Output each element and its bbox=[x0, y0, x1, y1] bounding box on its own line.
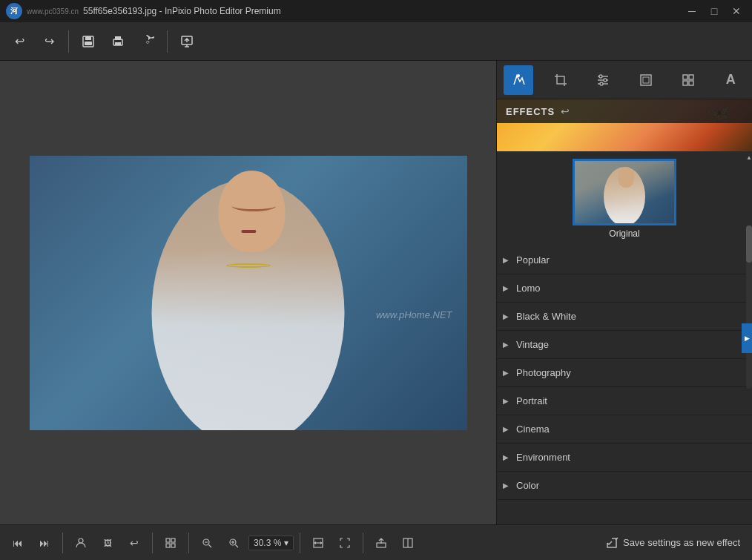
svg-point-14 bbox=[604, 79, 607, 82]
effect-category-portrait[interactable]: ▶ Portrait bbox=[497, 387, 752, 415]
svg-rect-21 bbox=[689, 81, 693, 85]
canvas-area[interactable]: www.pHome.NET bbox=[0, 61, 496, 524]
image-tool-button[interactable]: 🖼 bbox=[96, 531, 119, 555]
svg-rect-5 bbox=[115, 42, 121, 45]
zoom-dropdown-arrow[interactable]: ▾ bbox=[284, 538, 288, 548]
minimize-button[interactable]: ─ bbox=[682, 4, 702, 19]
zoom-display[interactable]: 30.3 % ▾ bbox=[248, 536, 294, 550]
effect-name: Photography bbox=[516, 367, 743, 378]
svg-rect-19 bbox=[689, 75, 693, 79]
fit-width-button[interactable] bbox=[306, 531, 330, 555]
save-button[interactable] bbox=[75, 28, 102, 55]
effect-category-black-white[interactable]: ▶ Black & White bbox=[497, 303, 752, 331]
first-frame-button[interactable]: ⏮ bbox=[6, 531, 30, 555]
effect-category-vintage[interactable]: ▶ Vintage bbox=[497, 331, 752, 359]
thumbnail-image bbox=[573, 159, 676, 225]
title-text: 55ff65e356193.jpg - InPixio Photo Editor… bbox=[83, 6, 281, 16]
fit-screen-button[interactable] bbox=[333, 531, 357, 555]
svg-point-13 bbox=[599, 75, 602, 78]
upload-button[interactable] bbox=[369, 531, 393, 555]
svg-rect-1 bbox=[85, 36, 91, 40]
tab-frame[interactable] bbox=[631, 65, 661, 95]
svg-rect-25 bbox=[166, 544, 170, 547]
zoom-in-button[interactable] bbox=[222, 531, 245, 555]
last-frame-button[interactable]: ⏭ bbox=[33, 531, 56, 555]
svg-point-22 bbox=[79, 538, 83, 543]
expand-panel-button[interactable]: ▶ bbox=[742, 323, 752, 353]
watermark-text: www.pHome.NET bbox=[376, 309, 452, 320]
status-divider-1 bbox=[62, 533, 63, 553]
toolbar-divider-1 bbox=[68, 30, 69, 53]
status-left: ⏮ ⏭ 🖼 ↩ bbox=[6, 531, 420, 555]
title-left: 河 www.pc0359.cn 55ff65e356193.jpg - InPi… bbox=[6, 3, 281, 19]
right-panel: A 🦋 EFFECTS ↩ Original bbox=[496, 61, 752, 524]
effect-name: Color bbox=[516, 480, 743, 491]
chevron-icon: ▶ bbox=[503, 312, 509, 320]
chevron-icon: ▶ bbox=[503, 256, 509, 264]
effect-category-photography[interactable]: ▶ Photography bbox=[497, 359, 752, 387]
watermark-logo: www.pc0359.cn bbox=[27, 7, 79, 16]
close-button[interactable]: ✕ bbox=[727, 4, 746, 19]
undo-button[interactable]: ↩ bbox=[6, 28, 33, 55]
maximize-button[interactable]: □ bbox=[705, 4, 724, 19]
status-bar: ⏮ ⏭ 🖼 ↩ bbox=[0, 524, 752, 560]
svg-rect-17 bbox=[643, 77, 649, 83]
svg-rect-24 bbox=[171, 538, 175, 542]
title-bar: 河 www.pc0359.cn 55ff65e356193.jpg - InPi… bbox=[0, 0, 752, 22]
person-tool-button[interactable] bbox=[69, 531, 93, 555]
effects-list[interactable]: Original ▲ ▶ Popular ▶ Lomo ▶ Black & Wh… bbox=[497, 151, 752, 524]
chevron-icon: ▶ bbox=[503, 425, 509, 433]
effect-name: Lomo bbox=[516, 283, 743, 294]
reset-button[interactable]: ↩ bbox=[122, 531, 146, 555]
print-button[interactable] bbox=[105, 28, 131, 55]
effect-name: Popular bbox=[516, 254, 743, 266]
status-divider-5 bbox=[363, 533, 363, 553]
toolbar-divider-2 bbox=[167, 30, 168, 53]
effects-preview: 🦋 EFFECTS ↩ bbox=[497, 99, 752, 151]
effect-name: Environment bbox=[516, 452, 743, 463]
save-effect-label: Save settings as new effect bbox=[623, 537, 740, 548]
effects-header: EFFECTS ↩ bbox=[497, 99, 752, 123]
svg-line-33 bbox=[236, 544, 239, 547]
svg-rect-16 bbox=[641, 75, 651, 85]
zoom-out-button[interactable] bbox=[195, 531, 219, 555]
effects-back-button[interactable]: ↩ bbox=[561, 105, 570, 117]
chevron-icon: ▶ bbox=[503, 369, 509, 377]
tab-texture[interactable] bbox=[673, 65, 703, 95]
title-controls: ─ □ ✕ bbox=[682, 4, 746, 19]
effect-category-environment[interactable]: ▶ Environment bbox=[497, 444, 752, 472]
svg-point-15 bbox=[600, 82, 603, 85]
effect-category-popular[interactable]: ▶ Popular bbox=[497, 246, 752, 274]
effect-name: Cinema bbox=[516, 424, 743, 435]
grid-button[interactable] bbox=[159, 531, 182, 555]
app-logo: 河 bbox=[6, 3, 22, 19]
svg-line-29 bbox=[209, 544, 212, 547]
tab-adjust[interactable] bbox=[588, 65, 618, 95]
svg-rect-23 bbox=[166, 538, 170, 542]
effect-name: Portrait bbox=[516, 395, 743, 406]
effect-category-cinema[interactable]: ▶ Cinema bbox=[497, 415, 752, 444]
panel-tabs: A bbox=[497, 61, 752, 99]
tab-text[interactable]: A bbox=[716, 65, 745, 95]
svg-text:⟳: ⟳ bbox=[146, 40, 150, 45]
chevron-icon: ▶ bbox=[503, 340, 509, 349]
effects-title: EFFECTS bbox=[506, 106, 555, 117]
chevron-icon: ▶ bbox=[503, 481, 509, 490]
export-button[interactable] bbox=[174, 28, 200, 55]
tab-crop[interactable] bbox=[546, 65, 575, 95]
original-thumbnail[interactable]: Original bbox=[497, 151, 752, 246]
rotate-button[interactable]: ⟳ bbox=[134, 28, 161, 55]
chevron-icon: ▶ bbox=[503, 284, 509, 292]
person-head bbox=[218, 171, 285, 252]
status-right: Save settings as new effect bbox=[599, 533, 746, 553]
effect-category-color[interactable]: ▶ Color bbox=[497, 472, 752, 500]
effect-category-lomo[interactable]: ▶ Lomo bbox=[497, 274, 752, 303]
status-divider-3 bbox=[188, 533, 189, 553]
main-area: www.pHome.NET bbox=[0, 61, 752, 524]
redo-button[interactable]: ↪ bbox=[36, 28, 62, 55]
chevron-icon: ▶ bbox=[503, 453, 509, 461]
panels-button[interactable] bbox=[396, 531, 420, 555]
svg-rect-4 bbox=[115, 36, 121, 40]
tab-effects[interactable] bbox=[504, 65, 533, 95]
save-effect-button[interactable]: Save settings as new effect bbox=[599, 533, 746, 553]
